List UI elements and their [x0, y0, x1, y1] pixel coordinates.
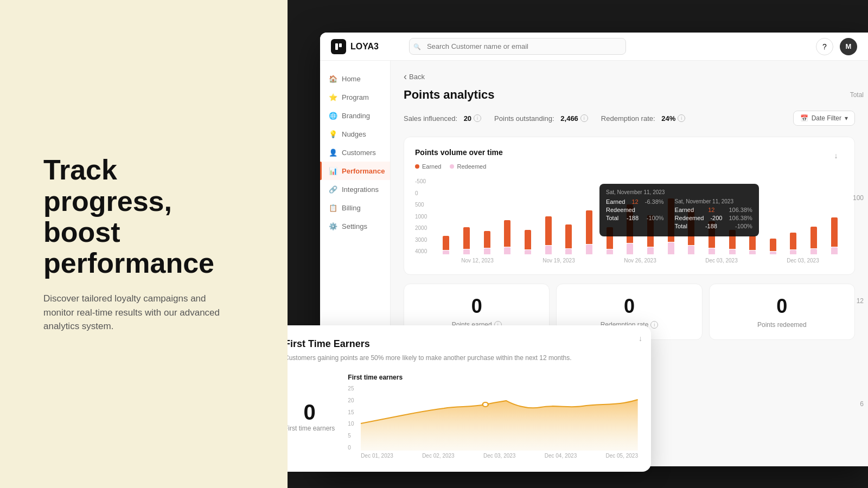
sidebar-label-program: Program: [342, 93, 369, 101]
sidebar-item-customers[interactable]: 👤 Customers: [320, 143, 390, 162]
stats-bar: Sales influenced: 20 i Points outstandin…: [404, 111, 855, 126]
bar-earned: [586, 210, 592, 244]
sidebar-label-settings: Settings: [342, 222, 367, 230]
fte-x-labels: Dec 01, 2023 Dec 02, 2023 Dec 03, 2023 D…: [348, 453, 638, 459]
bar-redeemed: [586, 245, 592, 254]
chart-legend: Earned Redeemed: [415, 163, 844, 170]
calendar-icon: 📅: [800, 114, 808, 122]
bar-redeemed: [525, 250, 531, 254]
headline: Track progress, boost performance: [43, 155, 244, 279]
settings-icon: ⚙️: [329, 222, 337, 230]
sidebar-item-program[interactable]: ⭐ Program: [320, 88, 390, 106]
help-button[interactable]: ?: [816, 38, 833, 55]
bar-group: [764, 178, 783, 254]
tooltip-earned-row: Earned 12 -6.38%: [606, 198, 664, 205]
metric-points-redeemed: 0 Points redeemed: [709, 284, 855, 340]
bar-group: [539, 178, 558, 254]
sidebar-item-branding[interactable]: 🌐 Branding: [320, 106, 390, 125]
sidebar-label-nudges: Nudges: [342, 130, 366, 138]
sidebar-item-integrations[interactable]: 🔗 Integrations: [320, 180, 390, 198]
svg-rect-1: [339, 43, 342, 47]
bar-earned: [484, 231, 490, 248]
fte-title: First Time Earners: [288, 338, 638, 350]
bar-earned: [790, 233, 796, 249]
right-numbers: Total 100 12 6: [835, 61, 868, 466]
logo-icon: [331, 39, 346, 54]
stat-redemption: Redemption rate: 24% i: [601, 114, 685, 123]
sidebar-item-nudges[interactable]: 💡 Nudges: [320, 125, 390, 143]
bar-group: [805, 178, 824, 254]
sidebar-item-billing[interactable]: 📋 Billing: [320, 198, 390, 217]
sidebar-item-home[interactable]: 🏠 Home: [320, 69, 390, 88]
branding-icon: 🌐: [329, 111, 337, 120]
bar-redeemed: [484, 248, 490, 254]
stat-sales: Sales influenced: 20 i: [404, 114, 481, 123]
sidebar-item-settings[interactable]: ⚙️ Settings: [320, 217, 390, 235]
sidebar-label-performance: Performance: [342, 167, 385, 175]
bar-redeemed: [545, 246, 552, 254]
fte-body: 0 First time earners First time earners …: [288, 374, 638, 459]
bar-earned: [565, 224, 572, 248]
right-panel: LOYA3 ? M 🏠 Home: [288, 0, 868, 488]
bar-redeemed: [443, 251, 449, 254]
back-button[interactable]: Back: [404, 72, 855, 81]
points-volume-chart-card: Points volume over time Earned Redeemed …: [404, 137, 855, 275]
sidebar-label-integrations: Integrations: [342, 185, 379, 194]
sidebar-item-performance[interactable]: 📊 Performance: [320, 162, 390, 180]
bar-redeemed: [729, 249, 736, 254]
bar-earned: [749, 236, 756, 251]
logo-area: LOYA3: [331, 39, 379, 54]
home-icon: 🏠: [329, 74, 337, 83]
bar-redeemed: [627, 243, 633, 254]
bar-earned: [545, 216, 552, 245]
bar-earned: [463, 227, 470, 249]
bar-earned: [525, 230, 531, 249]
bar-redeemed: [709, 248, 715, 254]
chart-tooltip: Sat, November 11, 2023 Earned 12 -6.38%: [599, 184, 759, 236]
left-panel: Track progress, boost performance Discov…: [0, 0, 288, 488]
bar-redeemed: [790, 250, 796, 254]
billing-icon: 📋: [329, 203, 337, 212]
description: Discover tailored loyalty campaigns and …: [43, 292, 239, 333]
sales-info-icon[interactable]: i: [474, 114, 481, 122]
redeemed-dot: [450, 164, 454, 169]
sidebar-label-branding: Branding: [342, 112, 370, 120]
svg-point-2: [483, 402, 488, 407]
sidebar-label-home: Home: [342, 75, 361, 83]
performance-icon: 📊: [329, 166, 337, 175]
fte-desc: Customers gaining points are 50% more li…: [288, 353, 638, 363]
fte-stat: 0 First time earners: [288, 374, 335, 459]
bar-earned: [770, 239, 776, 251]
nudges-icon: 💡: [329, 130, 337, 138]
fte-label: First time earners: [288, 425, 335, 432]
bar-earned: [504, 220, 510, 247]
redemption-info-icon[interactable]: i: [678, 114, 685, 122]
sidebar-label-customers: Customers: [342, 149, 376, 157]
bar-redeemed: [504, 247, 510, 254]
logo-text: LOYA3: [350, 42, 379, 52]
bar-group: [457, 178, 476, 254]
fte-download-button[interactable]: ↓: [639, 334, 642, 343]
search-area[interactable]: [409, 38, 626, 55]
points-info-icon[interactable]: i: [580, 114, 588, 122]
search-input[interactable]: [409, 38, 626, 55]
fte-chart-area: [361, 386, 638, 451]
stat-points: Points outstanding: 2,466 i: [494, 114, 588, 123]
bar-group: [580, 178, 599, 254]
bar-redeemed: [565, 249, 572, 254]
tooltip-date: Sat, November 11, 2023: [606, 189, 752, 195]
integrations-icon: 🔗: [329, 185, 337, 194]
bar-group: [437, 178, 456, 254]
legend-earned: Earned: [415, 163, 441, 170]
customers-icon: 👤: [329, 148, 337, 157]
bar-redeemed: [607, 249, 613, 254]
chart-x-axis: Nov 12, 2023 Nov 19, 2023 Nov 26, 2023 D…: [415, 258, 844, 264]
tooltip-total-row: Total -188 -100%: [606, 215, 664, 221]
bar-redeemed: [749, 251, 756, 254]
bar-earned: [443, 236, 449, 251]
bar-redeemed: [688, 246, 694, 254]
star-icon: ⭐: [329, 93, 337, 101]
legend-redeemed: Redeemed: [450, 163, 486, 170]
bar-group: [784, 178, 803, 254]
redemption-rate-info[interactable]: i: [650, 321, 658, 329]
